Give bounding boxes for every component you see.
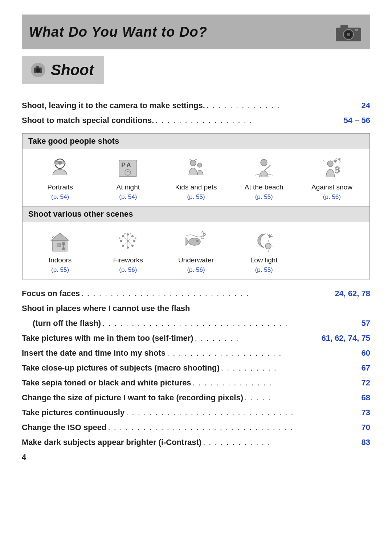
svg-rect-10: [41, 68, 42, 69]
scene-page-lowlight: (p. 55): [255, 266, 273, 274]
scene-page-indoors: (p. 55): [51, 266, 69, 274]
snow-icon: ✱ ✱ × 8 × ×: [317, 156, 346, 181]
toc-iso: Change the ISO speed . . . . . . . . . .…: [22, 421, 370, 433]
toc-text-iso: Change the ISO speed: [22, 421, 107, 433]
shoot-icon: [29, 61, 47, 79]
scene-item-fireworks: Fireworks (p. 56): [94, 229, 162, 274]
shoot-section-box: Shoot: [22, 56, 104, 84]
toc-dots-timer: . . . . . . . .: [195, 332, 320, 344]
kids-icon: [181, 156, 211, 181]
toc-text-timer: Take pictures with me in them too (self-…: [22, 332, 193, 344]
toc-sepia: Take sepia toned or black and white pict…: [22, 377, 370, 389]
svg-point-53: [119, 237, 121, 239]
svg-point-33: [62, 242, 65, 246]
toc-page-focus: 24, 62, 78: [335, 287, 370, 299]
toc-page-pixels: 68: [362, 392, 370, 404]
toc-text-continuous: Take pictures continuously: [22, 406, 124, 418]
toc-continuous: Take pictures continuously . . . . . . .…: [22, 406, 370, 418]
svg-rect-5: [355, 29, 358, 31]
svg-rect-1: [340, 25, 348, 28]
toc-text-macro: Take close-up pictures of subjects (macr…: [22, 362, 220, 374]
svg-point-55: [189, 238, 200, 245]
svg-text:P: P: [121, 161, 126, 169]
toc-top-section: Shoot, leaving it to the camera to make …: [22, 99, 370, 126]
svg-point-56: [196, 240, 199, 242]
scene-name-kids: Kids and pets: [175, 183, 217, 191]
svg-point-21: [261, 159, 267, 166]
scene-item-lowlight: Low light (p. 55): [230, 229, 298, 274]
svg-point-8: [36, 68, 40, 73]
toc-dots-macro: . . . . . . . . . .: [221, 362, 360, 374]
other-scenes-row: ♪ Indoors (p. 55): [23, 222, 369, 279]
scene-name-lowlight: Low light: [250, 256, 278, 264]
svg-point-4: [347, 33, 350, 36]
toc-date-time: Insert the date and time into my shots .…: [22, 347, 370, 359]
toc-page-macro: 67: [362, 362, 370, 374]
toc-dots-continuous: . . . . . . . . . . . . . . . . . . . . …: [126, 406, 360, 418]
svg-line-47: [123, 236, 128, 241]
toc-flash-line2: (turn off the flash) . . . . . . . . . .…: [22, 317, 370, 329]
scene-page-beach: (p. 55): [255, 193, 273, 201]
toc-page-date: 60: [362, 347, 370, 359]
people-shots-table: Take good people shots Portraits (p. 54): [22, 133, 370, 279]
shoot-label: Shoot: [51, 61, 94, 79]
svg-rect-9: [36, 66, 39, 68]
toc-dots-2: . . . . . . . . . . . . . . . . .: [155, 114, 342, 126]
svg-line-48: [128, 241, 132, 246]
toc-pixels: Change the size of picture I want to tak…: [22, 392, 370, 404]
toc-page-flash2: 57: [362, 317, 370, 329]
toc-focus-faces: Focus on faces . . . . . . . . . . . . .…: [22, 287, 370, 299]
svg-point-52: [130, 233, 131, 234]
scene-name-underwater: Underwater: [178, 256, 214, 264]
page-title: What Do You Want to Do?: [29, 24, 207, 40]
svg-point-24: [327, 161, 333, 167]
underwater-icon: [181, 229, 211, 254]
camera-deco-icon: [334, 21, 363, 43]
scene-name-portraits: Portraits: [47, 183, 73, 191]
toc-self-timer: Take pictures with me in them too (self-…: [22, 332, 370, 344]
svg-point-64: [269, 236, 271, 238]
lowlight-icon: [249, 229, 278, 254]
toc-text-icontrast: Make dark subjects appear brighter (i-Co…: [22, 436, 201, 448]
svg-text:8: 8: [335, 164, 340, 175]
scene-name-fireworks: Fireworks: [113, 256, 143, 264]
svg-point-58: [203, 233, 205, 236]
toc-page-continuous: 73: [362, 406, 370, 418]
toc-text-flash1: Shoot in places where I cannot use the f…: [22, 302, 190, 314]
scene-page-portraits: (p. 54): [51, 193, 69, 201]
scene-page-snow: (p. 56): [323, 193, 341, 201]
svg-text:♪: ♪: [51, 233, 54, 239]
toc-dots-flash2: . . . . . . . . . . . . . . . . . . . . …: [102, 317, 360, 329]
scene-item-snow: ✱ ✱ × 8 × × Against snow (p. 56): [298, 156, 366, 201]
indoors-icon: ♪: [46, 229, 75, 254]
toc-page-1: 24: [362, 99, 370, 111]
svg-text:A: A: [126, 161, 131, 169]
toc-macro: Take close-up pictures of subjects (macr…: [22, 362, 370, 374]
page-number: 4: [22, 453, 26, 462]
toc-dots-date: . . . . . . . . . . . . . . . . . . . .: [167, 347, 360, 359]
scene-item-portraits: Portraits (p. 54): [26, 156, 94, 201]
scene-name-beach: At the beach: [245, 183, 283, 191]
header-bar: What Do You Want to Do?: [22, 15, 370, 49]
toc-dots-sepia: . . . . . . . . . . . . . .: [193, 377, 360, 389]
svg-point-51: [124, 233, 126, 234]
toc-bottom-section: Focus on faces . . . . . . . . . . . . .…: [22, 287, 370, 448]
toc-text-sepia: Take sepia toned or black and white pict…: [22, 377, 191, 389]
svg-point-65: [265, 243, 271, 249]
toc-page-timer: 61, 62, 74, 75: [321, 332, 370, 344]
toc-page-icontrast: 83: [362, 436, 370, 448]
svg-line-49: [123, 241, 128, 246]
toc-text-pixels: Change the size of picture I want to tak…: [22, 392, 243, 404]
svg-line-50: [128, 236, 132, 241]
svg-rect-31: [57, 243, 61, 247]
toc-text-focus: Focus on faces: [22, 287, 80, 299]
toc-text-1: Shoot, leaving it to the camera to make …: [22, 99, 205, 111]
scene-name-indoors: Indoors: [49, 256, 72, 264]
toc-line-2: Shoot to match special conditions. . . .…: [22, 114, 370, 126]
svg-text:×: ×: [322, 158, 325, 163]
scene-item-atnight: P A At night (p. 54): [94, 156, 162, 201]
scene-name-snow: Against snow: [311, 183, 352, 191]
toc-text-date: Insert the date and time into my shots: [22, 347, 166, 359]
other-scenes-header: Shoot various other scenes: [23, 206, 369, 222]
people-shots-row: Portraits (p. 54) P A At night (p. 54): [23, 149, 369, 206]
